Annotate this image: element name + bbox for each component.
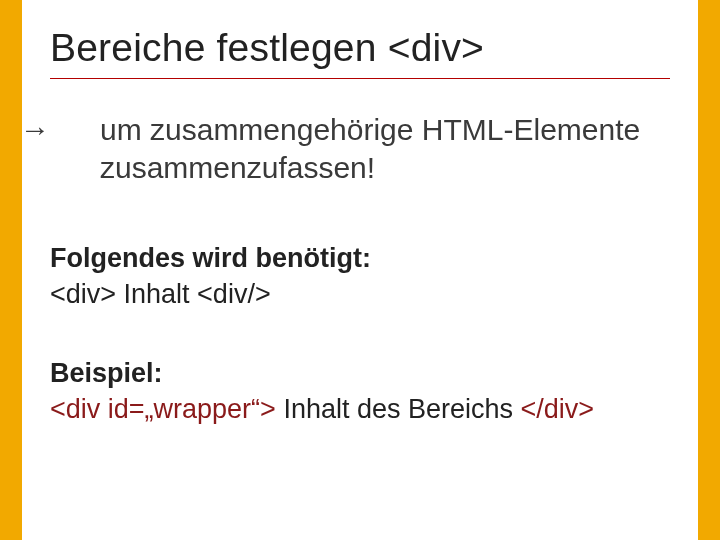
example-line: <div id=„wrapper“> Inhalt des Bereichs <… xyxy=(50,391,670,427)
example-open-tag: <div id=„wrapper“> xyxy=(50,394,276,424)
slide-title: Bereiche festlegen <div> xyxy=(50,26,670,70)
example-label: Beispiel: xyxy=(50,355,670,391)
accent-stripe-left xyxy=(0,0,22,540)
example-block: Beispiel: <div id=„wrapper“> Inhalt des … xyxy=(50,355,670,428)
accent-stripe-right xyxy=(698,0,720,540)
title-rule xyxy=(50,78,670,79)
lead-text: um zusammengehörige HTML-Elemente zusamm… xyxy=(100,113,640,184)
arrow-icon: → xyxy=(60,111,100,149)
needed-code: <div> Inhalt <div/> xyxy=(50,276,670,312)
needed-block: Folgendes wird benötigt: <div> Inhalt <d… xyxy=(50,240,670,313)
slide-body: Bereiche festlegen <div> →um zusammengeh… xyxy=(22,0,698,540)
lead-paragraph: →um zusammengehörige HTML-Elemente zusam… xyxy=(50,111,670,186)
example-close-tag: </div> xyxy=(521,394,595,424)
needed-label: Folgendes wird benötigt: xyxy=(50,240,670,276)
example-middle: Inhalt des Bereichs xyxy=(276,394,521,424)
